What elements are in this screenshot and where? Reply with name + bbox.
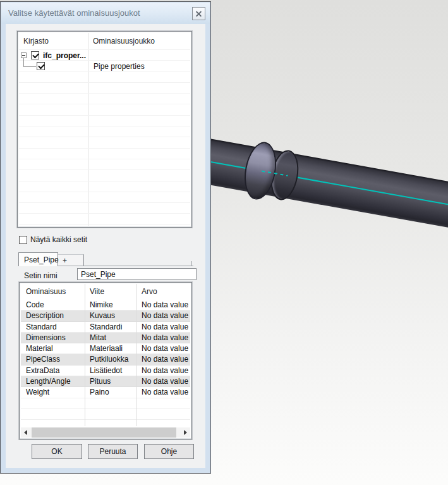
tree-empty-row <box>19 203 190 214</box>
show-all-sets-checkbox[interactable] <box>19 236 27 244</box>
table-row[interactable]: StandardStandardiNo data value f. <box>21 322 190 333</box>
table-header-reference: Viite <box>85 284 136 300</box>
table-cell[interactable]: No data value f. <box>136 387 190 397</box>
tree-empty-row <box>19 192 190 203</box>
tree-empty-row <box>19 126 190 137</box>
table-row[interactable]: ExtraDataLisätiedotNo data value f. <box>21 365 190 376</box>
scroll-left-icon <box>24 430 27 435</box>
tree-empty-row <box>19 72 190 83</box>
tree-child-row[interactable]: Pipe properties <box>19 61 190 71</box>
tab-add-new[interactable]: + <box>58 254 84 266</box>
table-cell[interactable]: Weight <box>21 387 85 397</box>
table-cell[interactable]: PipeClass <box>21 354 85 364</box>
table-header-property: Ominaisuus <box>21 284 85 300</box>
table-column-divider <box>85 284 85 426</box>
table-cell[interactable]: Mitat <box>85 333 136 343</box>
table-row[interactable]: CodeNimikeNo data value f. <box>21 300 190 310</box>
tree-rows: ifc_proper... Pipe properties <box>19 49 190 226</box>
tree-empty-row <box>19 181 190 192</box>
table-cell[interactable]: Material <box>21 343 85 353</box>
dialog-title: Valitse käytettävät ominaisuusjoukot <box>8 8 140 18</box>
tree-child-set-label: Pipe properties <box>94 62 145 71</box>
tree-column-header-library: Kirjasto <box>23 37 49 46</box>
table-header-row: Ominaisuus Viite Arvo <box>21 284 190 300</box>
table-cell[interactable]: Code <box>21 300 85 310</box>
set-name-input[interactable] <box>77 268 197 280</box>
table-column-divider <box>136 284 137 426</box>
tree-empty-row <box>19 104 190 115</box>
table-empty-row <box>21 409 190 420</box>
cancel-button[interactable]: Peruuta <box>88 444 138 459</box>
tree-connector-line <box>23 58 36 67</box>
table-cell[interactable]: No data value f. <box>136 343 190 353</box>
scroll-thumb[interactable] <box>32 427 176 438</box>
help-button[interactable]: Ohje <box>144 444 194 459</box>
tree-empty-row <box>19 116 190 126</box>
set-name-label: Setin nimi <box>24 271 58 280</box>
tree-empty-row <box>19 83 190 94</box>
table-row[interactable]: DimensionsMitatNo data value f. <box>21 333 190 343</box>
table-cell[interactable]: No data value f. <box>136 376 190 386</box>
table-header-value: Arvo <box>136 284 190 300</box>
tab-pane-border-tick <box>191 261 192 266</box>
tree-root-row[interactable]: ifc_proper... <box>19 50 190 61</box>
tree-empty-row <box>19 214 190 224</box>
table-cell[interactable]: No data value f. <box>136 354 190 364</box>
table-cell[interactable]: Paino <box>85 387 136 397</box>
child-checkbox[interactable] <box>37 62 45 70</box>
scroll-right-button[interactable] <box>180 427 190 438</box>
titlebar[interactable]: Valitse käytettävät ominaisuusjoukot <box>1 3 210 24</box>
table-cell[interactable]: Dimensions <box>21 333 85 343</box>
tab-pset-pipe[interactable]: Pset_Pipe <box>18 252 58 266</box>
table-cell[interactable]: Lisätiedot <box>85 365 136 376</box>
tree-empty-row <box>19 149 190 159</box>
table-cell[interactable]: ExtraData <box>21 365 85 376</box>
table-cell[interactable]: Nimike <box>85 300 136 310</box>
table-cell[interactable]: No data value f. <box>136 322 190 332</box>
h-scrollbar[interactable] <box>21 427 190 438</box>
dialog-client-area: Kirjasto Ominaisuusjoukko ifc_proper... <box>6 24 205 468</box>
table-body: CodeNimikeNo data value f.DescriptionKuv… <box>21 300 190 426</box>
pipe-body[interactable] <box>188 136 448 234</box>
tree-empty-row <box>19 225 190 226</box>
tree-root-label: ifc_proper... <box>43 51 86 60</box>
scroll-right-icon <box>184 430 187 435</box>
collapse-toggle[interactable] <box>21 52 27 58</box>
close-button[interactable] <box>192 7 205 20</box>
properties-table[interactable]: Ominaisuus Viite Arvo CodeNimikeNo data … <box>19 282 192 439</box>
check-icon <box>38 63 45 70</box>
table-cell[interactable]: Length/Angle <box>21 376 85 386</box>
table-cell[interactable]: Standardi <box>85 322 136 332</box>
table-cell[interactable]: Kuvaus <box>85 310 136 321</box>
table-row[interactable]: WeightPainoNo data value f. <box>21 387 190 398</box>
scroll-left-button[interactable] <box>21 427 31 438</box>
property-sets-dialog: Valitse käytettävät ominaisuusjoukot Kir… <box>0 1 211 474</box>
table-cell[interactable]: No data value f. <box>136 300 190 310</box>
table-cell[interactable]: Description <box>21 310 85 321</box>
table-cell[interactable]: Pituus <box>85 376 136 386</box>
tree-empty-row <box>19 94 190 104</box>
table-cell[interactable]: No data value f. <box>136 333 190 343</box>
table-row[interactable]: DescriptionKuvausNo data value f. <box>21 310 190 321</box>
tree-empty-row <box>19 170 190 181</box>
table-cell[interactable]: No data value f. <box>136 310 190 321</box>
table-cell[interactable]: Putkiluokka <box>85 354 136 364</box>
property-set-tree[interactable]: Kirjasto Ominaisuusjoukko ifc_proper... <box>17 31 192 228</box>
table-cell[interactable]: Materiaali <box>85 343 136 353</box>
table-empty-row <box>21 398 190 409</box>
table-cell[interactable]: Standard <box>21 322 85 332</box>
check-icon <box>32 52 39 59</box>
tree-empty-row <box>19 137 190 148</box>
table-cell[interactable]: No data value f. <box>136 365 190 376</box>
tree-column-header-set: Ominaisuusjoukko <box>93 37 155 46</box>
pipe-model[interactable] <box>187 130 448 240</box>
table-row[interactable]: Length/AnglePituusNo data value f. <box>21 376 190 387</box>
table-row[interactable]: MaterialMateriaaliNo data value f. <box>21 343 190 354</box>
ok-button[interactable]: OK <box>32 444 82 459</box>
show-all-sets-label: Näytä kaikki setit <box>30 236 87 244</box>
table-row[interactable]: PipeClassPutkiluokkaNo data value f. <box>21 354 190 365</box>
table-empty-row <box>21 420 190 426</box>
tree-empty-row <box>19 159 190 170</box>
minus-icon <box>22 55 25 56</box>
